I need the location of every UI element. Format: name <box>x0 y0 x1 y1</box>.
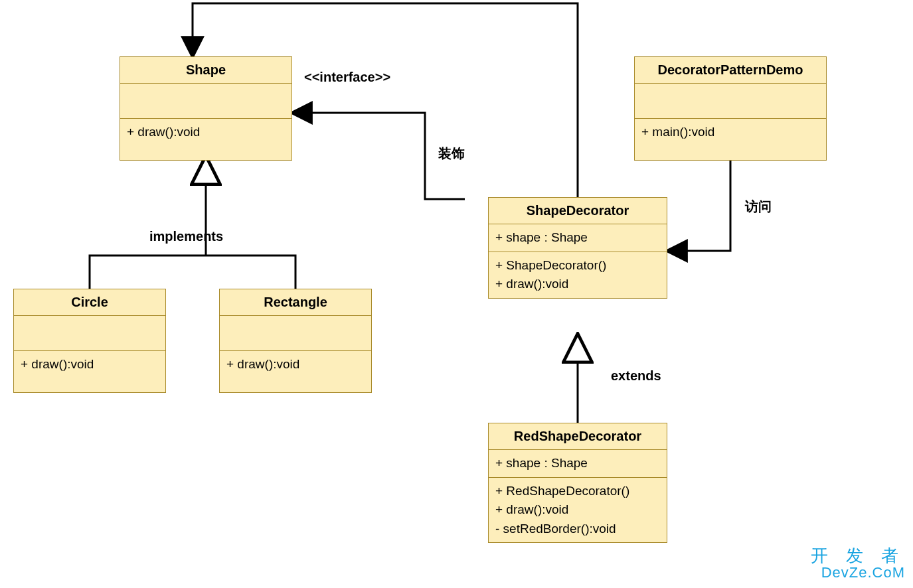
interface-stereotype: <<interface>> <box>304 70 390 85</box>
op-row: - setRedBorder():void <box>495 520 660 539</box>
op-row: + RedShapeDecorator() <box>495 482 660 501</box>
watermark-cn: 开 发 者 <box>811 547 905 565</box>
class-title: RedShapeDecorator <box>489 423 667 450</box>
class-red-shape-decorator: RedShapeDecorator + shape : Shape + RedS… <box>488 423 667 543</box>
class-title: Circle <box>14 289 165 316</box>
class-attrs: + shape : Shape <box>489 224 667 252</box>
class-ops: + ShapeDecorator() + draw():void <box>489 252 667 298</box>
op-row: + draw():void <box>495 500 660 520</box>
class-attrs <box>14 316 165 351</box>
watermark: 开 发 者 DevZe.CoM <box>811 547 905 580</box>
class-ops: + draw():void <box>14 351 165 392</box>
class-ops: + draw():void <box>120 119 291 160</box>
class-ops: + draw():void <box>220 351 371 392</box>
class-shape: Shape + draw():void <box>120 56 292 161</box>
label-implements: implements <box>149 229 223 244</box>
label-decorate: 装饰 <box>438 145 465 163</box>
class-attrs <box>120 84 291 119</box>
class-title: Rectangle <box>220 289 371 316</box>
label-access: 访问 <box>745 198 772 216</box>
class-attrs: + shape : Shape <box>489 450 667 478</box>
class-ops: + RedShapeDecorator() + draw():void - se… <box>489 478 667 543</box>
class-rectangle: Rectangle + draw():void <box>219 289 372 393</box>
class-ops: + main():void <box>635 119 826 160</box>
class-attrs <box>220 316 371 351</box>
op-row: + ShapeDecorator() <box>495 256 660 275</box>
class-title: ShapeDecorator <box>489 198 667 224</box>
class-circle: Circle + draw():void <box>13 289 166 393</box>
watermark-en: DevZe.CoM <box>811 565 905 580</box>
class-shape-decorator: ShapeDecorator + shape : Shape + ShapeDe… <box>488 197 667 299</box>
class-title: Shape <box>120 57 291 84</box>
class-title: DecoratorPatternDemo <box>635 57 826 84</box>
class-decorator-pattern-demo: DecoratorPatternDemo + main():void <box>634 56 827 161</box>
op-row: + draw():void <box>495 275 660 294</box>
class-attrs <box>635 84 826 119</box>
label-extends: extends <box>611 368 661 384</box>
